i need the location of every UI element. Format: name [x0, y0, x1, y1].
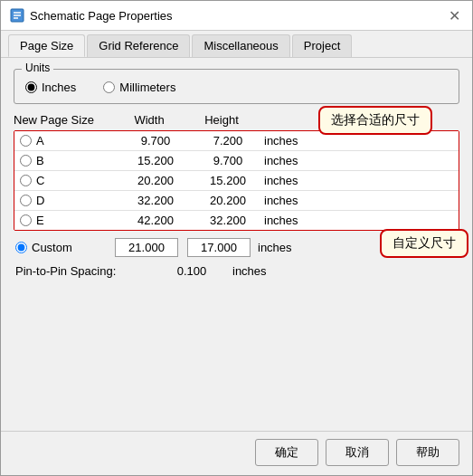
page-size-wrapper: 选择合适的尺寸 New Page Size Width Height A 9.7…: [14, 113, 459, 278]
tab-page-size[interactable]: Page Size: [8, 34, 85, 57]
mm-label: Millimeters: [119, 81, 175, 94]
size-d-height: 20.200: [192, 194, 264, 207]
custom-option[interactable]: Custom: [15, 241, 115, 254]
main-window: Schematic Page Properties ✕ Page Size Gr…: [0, 0, 473, 476]
inches-radio[interactable]: [25, 81, 37, 93]
tab-project[interactable]: Project: [292, 34, 352, 57]
dialog-footer: 确定 取消 帮助: [1, 431, 472, 475]
table-row: D 32.200 20.200 inches: [14, 191, 459, 211]
close-button[interactable]: ✕: [445, 6, 463, 24]
inches-option[interactable]: Inches: [25, 81, 76, 94]
size-e-height: 32.200: [192, 214, 264, 227]
cancel-button[interactable]: 取消: [326, 439, 389, 466]
col-width-label: Width: [113, 113, 185, 127]
pin-spacing-value: 0.100: [160, 264, 223, 278]
size-b-option[interactable]: B: [20, 154, 119, 167]
size-c-unit: inches: [264, 174, 298, 187]
size-b-unit: inches: [264, 154, 298, 167]
size-e-label: E: [36, 214, 44, 227]
size-d-unit: inches: [264, 194, 298, 207]
size-e-width: 42.200: [119, 214, 192, 227]
size-d-option[interactable]: D: [20, 194, 119, 207]
title-bar: Schematic Page Properties ✕: [1, 1, 472, 31]
size-e-unit: inches: [264, 214, 298, 227]
size-e-radio[interactable]: [20, 214, 32, 226]
size-b-width: 15.200: [119, 154, 192, 167]
size-a-option[interactable]: A: [20, 134, 119, 148]
help-button[interactable]: 帮助: [396, 439, 459, 466]
tooltip-select-size-text: 选择合适的尺寸: [331, 112, 420, 127]
size-c-radio[interactable]: [20, 175, 32, 186]
size-c-width: 20.200: [119, 174, 192, 187]
size-a-width: 9.700: [119, 134, 192, 148]
table-row: C 20.200 15.200 inches: [14, 171, 459, 191]
pin-spacing-label: Pin-to-Pin Spacing:: [15, 264, 160, 278]
custom-height-input[interactable]: [187, 238, 251, 257]
size-c-height: 15.200: [192, 174, 264, 187]
new-page-size-label: New Page Size: [14, 113, 113, 127]
table-row: E 42.200 32.200 inches: [14, 211, 459, 230]
custom-radio[interactable]: [15, 242, 27, 253]
tooltip-select-size: 选择合适的尺寸: [318, 106, 432, 135]
size-d-label: D: [36, 194, 44, 207]
mm-radio[interactable]: [103, 81, 115, 93]
tooltip-custom-text: 自定义尺寸: [393, 235, 456, 250]
size-a-unit: inches: [264, 134, 298, 148]
custom-size-area: Custom inches 自定义尺寸: [14, 238, 459, 257]
size-b-label: B: [36, 154, 44, 167]
pin-spacing-row: Pin-to-Pin Spacing: 0.100 inches: [14, 264, 459, 278]
title-bar-left: Schematic Page Properties: [10, 8, 173, 23]
units-group: Units Inches Millimeters: [14, 69, 459, 104]
size-d-radio[interactable]: [20, 195, 32, 206]
size-a-radio[interactable]: [20, 135, 32, 147]
tab-bar: Page Size Grid Reference Miscellaneous P…: [1, 31, 472, 58]
ok-button[interactable]: 确定: [255, 439, 318, 466]
size-c-option[interactable]: C: [20, 174, 119, 187]
app-icon: [10, 8, 24, 23]
size-e-option[interactable]: E: [20, 214, 119, 227]
tab-grid-reference[interactable]: Grid Reference: [87, 34, 190, 57]
units-options-row: Inches Millimeters: [25, 81, 448, 94]
inches-label: Inches: [42, 81, 76, 94]
custom-width-input[interactable]: [115, 238, 178, 257]
size-b-height: 9.700: [192, 154, 264, 167]
units-group-label: Units: [22, 62, 53, 74]
page-size-table: A 9.700 7.200 inches B 15.200 9.700 inch…: [14, 130, 459, 231]
tooltip-custom-size: 自定义尺寸: [380, 229, 468, 258]
size-d-width: 32.200: [119, 194, 192, 207]
millimeters-option[interactable]: Millimeters: [103, 81, 175, 94]
size-a-height: 7.200: [192, 134, 264, 148]
custom-label: Custom: [32, 241, 72, 254]
col-height-label: Height: [185, 113, 258, 127]
pin-spacing-unit: inches: [232, 264, 267, 278]
size-b-radio[interactable]: [20, 155, 32, 167]
window-title: Schematic Page Properties: [30, 9, 173, 23]
tab-content: Units Inches Millimeters 选择合适的尺寸 New Pag: [1, 58, 472, 431]
tab-miscellaneous[interactable]: Miscellaneous: [192, 34, 289, 57]
custom-unit-label: inches: [258, 241, 292, 254]
table-row: B 15.200 9.700 inches: [14, 151, 459, 171]
size-c-label: C: [36, 174, 44, 187]
size-a-label: A: [36, 134, 44, 148]
